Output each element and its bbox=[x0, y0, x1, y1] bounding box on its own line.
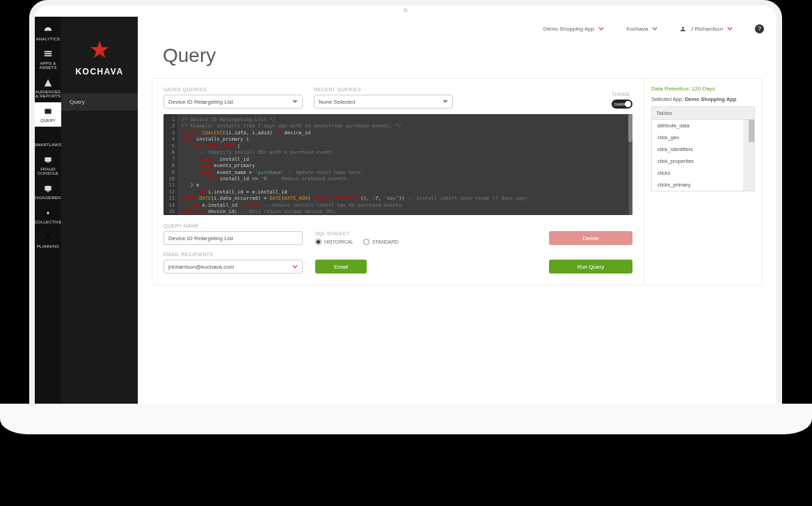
email-recipients-label: EMAIL RECIPIENTS bbox=[164, 252, 303, 257]
nav-rail: ANALYTICSAPPS & ASSETSAUDIENCES & REPORT… bbox=[35, 17, 61, 418]
dialect-historical-radio[interactable]: HISTORICAL bbox=[315, 239, 353, 245]
table-item[interactable]: click_properties bbox=[652, 155, 754, 167]
rail-item-audiences[interactable]: AUDIENCES & REPORTS bbox=[35, 74, 61, 102]
app-switcher[interactable]: Demo Shopping App bbox=[543, 26, 604, 32]
rail-item-fraud[interactable]: FRAUD CONSOLE bbox=[35, 151, 61, 180]
table-item[interactable]: click_geo bbox=[652, 132, 754, 143]
rail-item-label: ENGAGEMENT bbox=[33, 196, 63, 200]
rail-item-label: COLLECTIVE bbox=[34, 220, 61, 224]
radio-icon bbox=[315, 239, 321, 245]
org-switcher[interactable]: Kochava bbox=[626, 26, 658, 32]
svg-rect-4 bbox=[45, 157, 51, 161]
fraud-icon bbox=[43, 155, 53, 165]
rail-item-label: FRAUD CONSOLE bbox=[35, 167, 61, 175]
person-icon bbox=[680, 26, 686, 32]
table-item[interactable]: attribute_data bbox=[652, 120, 754, 132]
rail-item-label: PLANNING bbox=[37, 244, 59, 248]
svg-rect-5 bbox=[47, 161, 49, 162]
saved-queries-dropdown[interactable]: Device ID Retargeting List bbox=[164, 95, 303, 109]
page-title: Query bbox=[138, 40, 777, 78]
scroll-thumb[interactable] bbox=[749, 120, 755, 142]
rail-item-label: QUERY bbox=[40, 118, 56, 122]
rail-item-apps[interactable]: APPS & ASSETS bbox=[35, 45, 61, 74]
toggle-knob bbox=[625, 101, 631, 107]
selected-app-label: Selected App: bbox=[651, 96, 685, 102]
radio-icon bbox=[363, 239, 369, 245]
dialect-standard-radio[interactable]: STANDARD bbox=[363, 239, 399, 245]
saved-queries-label: SAVED QUERIES bbox=[164, 87, 303, 92]
selected-app: Selected App: Demo Shopping App bbox=[651, 96, 755, 102]
svg-point-7 bbox=[47, 212, 49, 214]
rail-item-label: SMARTLINKS bbox=[34, 143, 62, 147]
email-button[interactable]: Email bbox=[315, 260, 367, 274]
chevron-down-icon bbox=[443, 100, 448, 106]
query-name-input[interactable]: Device ID Retargeting List bbox=[164, 231, 303, 245]
selected-app-name: Demo Shopping App bbox=[685, 96, 736, 102]
run-query-button[interactable]: Run Query bbox=[549, 260, 632, 274]
rail-item-engagement[interactable]: ENGAGEMENT bbox=[35, 180, 61, 204]
data-retention: Data Retention: 120 Days bbox=[651, 86, 755, 92]
recent-queries-label: RECENT QUERIES bbox=[314, 87, 453, 92]
user-menu[interactable]: J Richardson bbox=[680, 26, 733, 32]
collective-icon bbox=[43, 208, 53, 218]
svg-rect-2 bbox=[45, 55, 52, 56]
table-item[interactable]: clicks_primary bbox=[652, 179, 754, 191]
dialect-historical-label: HISTORICAL bbox=[324, 239, 353, 244]
help-icon[interactable]: ? bbox=[755, 24, 764, 33]
svg-rect-3 bbox=[45, 109, 51, 114]
engagement-icon bbox=[43, 184, 53, 193]
delete-button-label: Delete bbox=[582, 235, 598, 242]
email-button-label: Email bbox=[334, 264, 348, 270]
editor-scrollbar[interactable] bbox=[628, 114, 632, 215]
rail-item-label: ANALYTICS bbox=[36, 37, 61, 41]
query-icon bbox=[43, 106, 53, 116]
brand-name: KOCHAVA bbox=[76, 67, 124, 77]
chevron-down-icon bbox=[652, 26, 658, 31]
rail-item-collective[interactable]: COLLECTIVE bbox=[35, 204, 61, 228]
chevron-down-icon bbox=[727, 26, 733, 31]
topbar: Demo Shopping App Kochava J Richardson ? bbox=[138, 17, 777, 40]
planning-icon bbox=[43, 232, 53, 242]
analytics-icon bbox=[43, 25, 53, 35]
audiences-icon bbox=[43, 78, 53, 88]
rail-item-label: APPS & ASSETS bbox=[35, 61, 61, 70]
sidebar: ★ KOCHAVA Query bbox=[61, 17, 138, 418]
run-button-label: Run Query bbox=[578, 264, 605, 270]
svg-rect-1 bbox=[45, 53, 52, 54]
dialect-group: HISTORICAL STANDARD bbox=[315, 239, 399, 245]
svg-rect-6 bbox=[45, 186, 51, 191]
rail-item-query[interactable]: QUERY bbox=[35, 102, 61, 127]
code-area[interactable]: /* Device ID Retargeting List *//* Examp… bbox=[177, 114, 632, 215]
sql-editor[interactable]: 123456789101112131415 /* Device ID Retar… bbox=[164, 114, 632, 215]
email-recipients-dropdown[interactable]: jrichardson@kochava.com bbox=[164, 260, 303, 274]
query-name-label: QUERY NAME bbox=[164, 223, 303, 228]
theme-toggle[interactable]: DARK bbox=[612, 100, 632, 109]
content-area: Demo Shopping App Kochava J Richardson ? bbox=[138, 17, 777, 418]
sidebar-item-query[interactable]: Query bbox=[61, 93, 138, 111]
chevron-down-icon bbox=[292, 264, 298, 269]
saved-queries-value: Device ID Retargeting List bbox=[168, 99, 233, 105]
email-value: jrichardson@kochava.com bbox=[168, 264, 234, 270]
theme-label: THEME bbox=[612, 92, 632, 97]
chevron-down-icon bbox=[598, 26, 604, 31]
recent-queries-value: None Selected bbox=[319, 99, 355, 105]
delete-button[interactable]: Delete bbox=[549, 231, 632, 245]
smartlinks-icon bbox=[43, 131, 53, 141]
line-gutter: 123456789101112131415 bbox=[164, 114, 177, 215]
recent-queries-dropdown[interactable]: None Selected bbox=[314, 95, 453, 109]
user-name: J Richardson bbox=[690, 26, 723, 32]
tables-header: Tables bbox=[651, 106, 755, 119]
sidebar-panel: Data Retention: 120 Days Selected App: D… bbox=[644, 79, 762, 285]
tables-list: attribute_dataclick_geoclick_identifiers… bbox=[651, 119, 755, 191]
tables-scrollbar[interactable] bbox=[743, 120, 754, 191]
rail-item-label: AUDIENCES & REPORTS bbox=[35, 90, 61, 98]
rail-item-smartlinks[interactable]: SMARTLINKS bbox=[35, 127, 61, 151]
laptop-base bbox=[0, 404, 812, 434]
org-name: Kochava bbox=[626, 26, 648, 32]
table-item[interactable]: click_identifiers bbox=[652, 143, 754, 155]
scroll-thumb[interactable] bbox=[628, 114, 632, 142]
table-item[interactable]: clicks bbox=[652, 167, 754, 179]
rail-item-planning[interactable]: PLANNING bbox=[35, 228, 61, 253]
dialect-standard-label: STANDARD bbox=[372, 239, 399, 244]
rail-item-analytics[interactable]: ANALYTICS bbox=[35, 21, 61, 45]
